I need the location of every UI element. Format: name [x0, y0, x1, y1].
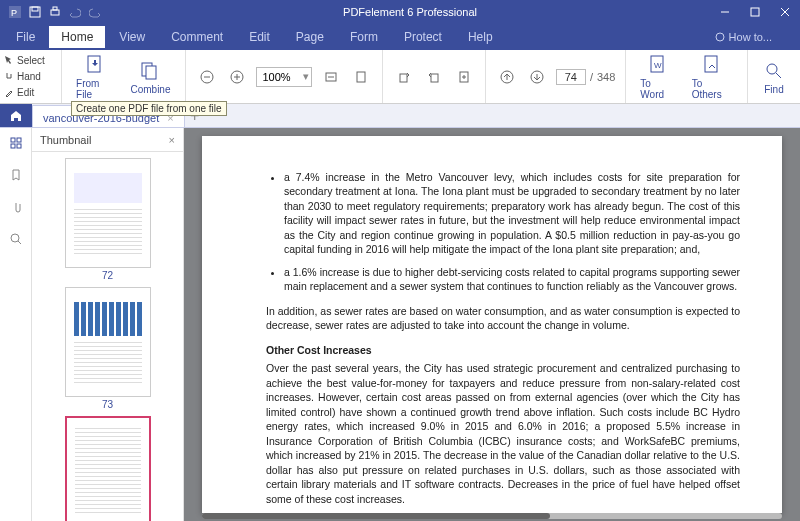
ribbon-tools-group: Select Hand Edit — [0, 50, 62, 103]
fit-page-button[interactable] — [350, 66, 372, 88]
menu-view[interactable]: View — [107, 26, 157, 48]
ribbon-create-group: From File Combine — [62, 50, 185, 103]
current-page-input[interactable]: 74 — [556, 69, 586, 85]
horizontal-scrollbar[interactable] — [202, 513, 782, 519]
thumbnail-panel: Thumbnail × 72 73 74 — [32, 128, 184, 521]
app-logo-icon: P — [8, 5, 22, 19]
titlebar-left-icons: P — [0, 5, 110, 19]
menu-file[interactable]: File — [4, 26, 47, 48]
to-others-label: To Others — [692, 78, 733, 100]
ribbon-page-ops-group — [383, 50, 486, 103]
to-word-icon: W — [646, 53, 670, 77]
title-bar: P PDFelement 6 Professional — [0, 0, 800, 24]
bookmarks-icon[interactable] — [7, 166, 25, 184]
combine-icon — [138, 59, 162, 83]
howto-link[interactable]: How to... — [715, 31, 796, 43]
svg-line-30 — [776, 73, 781, 78]
doc-paragraph: In addition, as sewer rates are based on… — [266, 304, 740, 333]
search-icon[interactable] — [7, 230, 25, 248]
total-pages: 348 — [597, 71, 615, 83]
document-area[interactable]: a 7.4% increase in the Metro Vancouver l… — [184, 128, 800, 521]
menu-form[interactable]: Form — [338, 26, 390, 48]
side-toolbar — [0, 128, 32, 521]
svg-line-36 — [18, 241, 21, 244]
rotate-right-button[interactable] — [423, 66, 445, 88]
workspace: Thumbnail × 72 73 74 a 7.4% increase in … — [0, 128, 800, 521]
window-controls — [710, 0, 800, 24]
svg-rect-18 — [357, 72, 365, 82]
svg-rect-5 — [53, 7, 57, 10]
ribbon-zoom-group: 100%▾ — [186, 50, 383, 103]
select-label: Select — [17, 55, 45, 66]
svg-rect-3 — [32, 7, 38, 11]
thumbnail-close-icon[interactable]: × — [169, 134, 175, 146]
ribbon-convert-group: W To Word To Others — [626, 50, 748, 103]
maximize-button[interactable] — [740, 0, 770, 24]
close-button[interactable] — [770, 0, 800, 24]
select-tool[interactable]: Select — [4, 55, 57, 66]
thumbnail-page-72[interactable] — [65, 158, 151, 268]
zoom-out-button[interactable] — [196, 66, 218, 88]
undo-icon[interactable] — [68, 5, 82, 19]
svg-text:W: W — [654, 61, 662, 70]
rotate-left-button[interactable] — [393, 66, 415, 88]
menu-bar: File Home View Comment Edit Page Form Pr… — [0, 24, 800, 50]
combine-button[interactable]: Combine — [126, 59, 174, 95]
hand-tool[interactable]: Hand — [4, 71, 57, 82]
svg-rect-7 — [751, 8, 759, 16]
to-others-button[interactable]: To Others — [688, 53, 737, 100]
thumbnail-item: 73 — [65, 287, 151, 410]
chevron-down-icon: ▾ — [297, 70, 311, 83]
edit-label: Edit — [17, 87, 34, 98]
find-button[interactable]: Find — [758, 59, 790, 95]
doc-bullet: a 7.4% increase in the Metro Vancouver l… — [284, 170, 740, 257]
ribbon: Select Hand Edit From File Combine 100%▾… — [0, 50, 800, 104]
thumbnails-icon[interactable] — [7, 134, 25, 152]
howto-label: How to... — [729, 31, 772, 43]
thumbnail-page-74[interactable] — [65, 416, 151, 521]
fit-width-button[interactable] — [320, 66, 342, 88]
doc-paragraph: Over the past several years, the City ha… — [266, 361, 740, 506]
doc-subheading: Other Cost Increases — [266, 343, 740, 357]
tab-home-button[interactable] — [0, 104, 32, 127]
find-label: Find — [764, 84, 783, 95]
menu-comment[interactable]: Comment — [159, 26, 235, 48]
save-icon[interactable] — [28, 5, 42, 19]
svg-point-8 — [716, 33, 724, 41]
ribbon-find-group: Find — [748, 50, 800, 103]
minimize-button[interactable] — [710, 0, 740, 24]
thumbnail-page-73[interactable] — [65, 287, 151, 397]
edit-tool[interactable]: Edit — [4, 87, 57, 98]
page-indicator: 74 / 348 — [556, 69, 616, 85]
to-word-label: To Word — [640, 78, 675, 100]
lightbulb-icon — [715, 32, 725, 42]
from-file-button[interactable]: From File — [72, 53, 118, 100]
zoom-in-button[interactable] — [226, 66, 248, 88]
print-icon[interactable] — [48, 5, 62, 19]
svg-point-35 — [11, 234, 19, 242]
document-page: a 7.4% increase in the Metro Vancouver l… — [202, 136, 782, 513]
thumbnail-label: 72 — [102, 270, 113, 281]
insert-page-button[interactable] — [453, 66, 475, 88]
thumbnail-item: 74 — [65, 416, 151, 521]
attachments-icon[interactable] — [7, 198, 25, 216]
thumbnail-list: 72 73 74 — [32, 152, 183, 521]
menu-protect[interactable]: Protect — [392, 26, 454, 48]
menu-page[interactable]: Page — [284, 26, 336, 48]
zoom-select[interactable]: 100%▾ — [256, 67, 312, 87]
menu-home[interactable]: Home — [49, 26, 105, 48]
menu-help[interactable]: Help — [456, 26, 505, 48]
thumbnail-title: Thumbnail — [40, 134, 91, 146]
svg-rect-11 — [146, 66, 156, 79]
next-page-button[interactable] — [526, 66, 548, 88]
svg-rect-31 — [11, 138, 15, 142]
redo-icon[interactable] — [88, 5, 102, 19]
prev-page-button[interactable] — [496, 66, 518, 88]
thumbnail-label: 73 — [102, 399, 113, 410]
combine-label: Combine — [130, 84, 170, 95]
svg-rect-20 — [431, 74, 438, 82]
to-others-icon — [700, 53, 724, 77]
thumbnail-header: Thumbnail × — [32, 128, 183, 152]
to-word-button[interactable]: W To Word — [636, 53, 679, 100]
menu-edit[interactable]: Edit — [237, 26, 282, 48]
